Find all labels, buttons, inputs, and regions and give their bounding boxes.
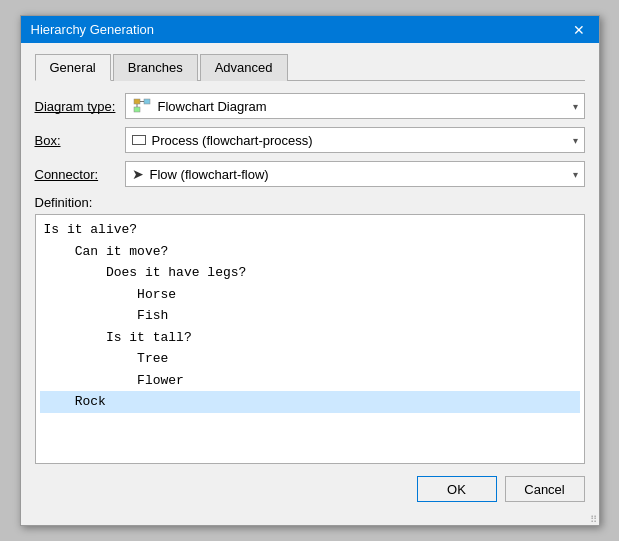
definition-line: Fish [40, 305, 580, 327]
diagram-type-label: Diagram type: [35, 99, 125, 114]
flowchart-icon [132, 98, 152, 114]
diagram-type-content: Flowchart Diagram [132, 98, 573, 114]
definition-box[interactable]: Is it alive? Can it move? Does it have l… [35, 214, 585, 464]
definition-label: Definition: [35, 195, 585, 210]
tabs-container: General Branches Advanced [35, 53, 585, 81]
svg-rect-1 [144, 99, 150, 104]
definition-line: Does it have legs? [40, 262, 580, 284]
svg-rect-2 [134, 107, 140, 112]
hierarchy-generation-dialog: Hierarchy Generation ✕ General Branches … [20, 15, 600, 526]
tab-general[interactable]: General [35, 54, 111, 81]
diagram-type-row: Diagram type: Flowchart Diagram ▾ [35, 93, 585, 119]
definition-line: Is it alive? [40, 219, 580, 241]
connector-value: Flow (flowchart-flow) [150, 167, 269, 182]
ok-button[interactable]: OK [417, 476, 497, 502]
resize-handle: ⠿ [21, 514, 599, 525]
connector-label: Connector: [35, 167, 125, 182]
close-button[interactable]: ✕ [569, 23, 589, 37]
dialog-body: General Branches Advanced Diagram type: [21, 43, 599, 514]
diagram-type-value: Flowchart Diagram [158, 99, 267, 114]
box-icon [132, 135, 146, 145]
dialog-title: Hierarchy Generation [31, 22, 155, 37]
box-label: Box: [35, 133, 125, 148]
title-bar: Hierarchy Generation ✕ [21, 16, 599, 43]
definition-line: Can it move? [40, 241, 580, 263]
box-content: Process (flowchart-process) [132, 133, 573, 148]
diagram-type-arrow: ▾ [573, 101, 578, 112]
tab-advanced[interactable]: Advanced [200, 54, 288, 81]
connector-select[interactable]: ➤ Flow (flowchart-flow) ▾ [125, 161, 585, 187]
tab-branches[interactable]: Branches [113, 54, 198, 81]
definition-line: Is it tall? [40, 327, 580, 349]
button-row: OK Cancel [35, 476, 585, 502]
svg-rect-0 [134, 99, 140, 104]
definition-line: Tree [40, 348, 580, 370]
box-select[interactable]: Process (flowchart-process) ▾ [125, 127, 585, 153]
connector-arrow: ▾ [573, 169, 578, 180]
connector-row: Connector: ➤ Flow (flowchart-flow) ▾ [35, 161, 585, 187]
diagram-type-select[interactable]: Flowchart Diagram ▾ [125, 93, 585, 119]
cancel-button[interactable]: Cancel [505, 476, 585, 502]
connector-icon: ➤ [132, 166, 144, 182]
definition-line: Rock [40, 391, 580, 413]
definition-line: Horse [40, 284, 580, 306]
box-row: Box: Process (flowchart-process) ▾ [35, 127, 585, 153]
definition-line: Flower [40, 370, 580, 392]
box-arrow: ▾ [573, 135, 578, 146]
connector-content: ➤ Flow (flowchart-flow) [132, 166, 573, 182]
box-value: Process (flowchart-process) [152, 133, 313, 148]
